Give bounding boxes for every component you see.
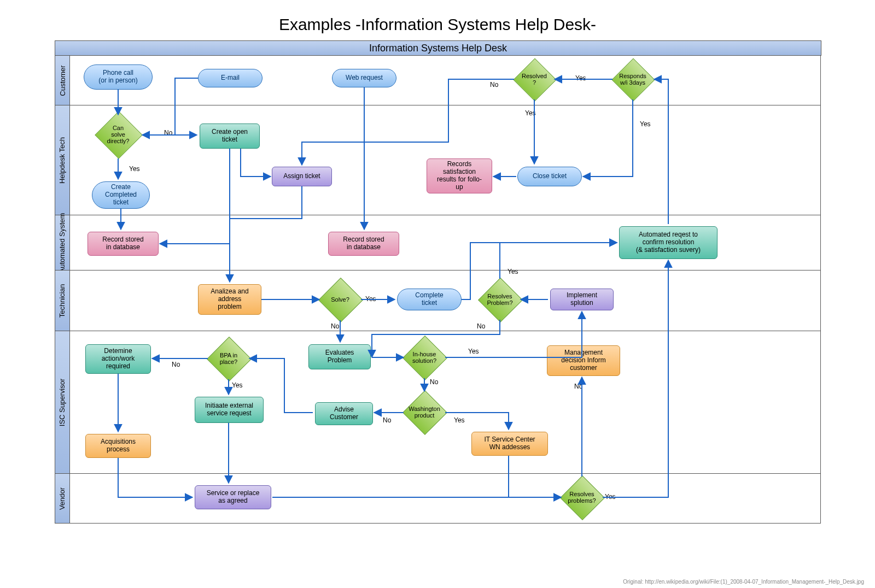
lbl-wash-yes: Yes	[454, 416, 465, 424]
node-createopen: Create openticket	[200, 124, 260, 149]
lane-body-customer	[69, 55, 821, 105]
node-web: Web request	[332, 69, 396, 87]
node-implement: Implementsplution	[550, 289, 614, 310]
lane-customer: Customer	[55, 55, 70, 105]
node-responds: Respondsw/i 3days	[618, 64, 648, 94]
node-mgmt: Managementdecision Informcustomer	[547, 345, 620, 376]
lbl-inhouse-no: No	[430, 378, 438, 386]
lbl-cansolve-no: No	[164, 129, 172, 137]
lane-auto: Automated System	[55, 215, 70, 271]
lbl-cansolve-yes: Yes	[129, 165, 140, 173]
node-inhouse: In-housesolution?	[409, 342, 440, 373]
node-resolvesprob: ResolvesProblem?	[485, 284, 515, 315]
lbl-inhouse-yes: Yes	[468, 348, 479, 355]
lbl-responds-yes1: Yes	[575, 74, 586, 82]
node-analize: Analizea andaddressproblem	[198, 284, 261, 315]
lbl-resprob-yes: Yes	[508, 268, 518, 275]
node-phone: Phone call(or in person)	[84, 64, 153, 90]
node-closeticket: Close ticket	[517, 167, 582, 186]
node-washington: Washingtonproduct	[409, 397, 440, 427]
node-autoreq: Automated reqest toconfirm resolution(& …	[619, 226, 718, 259]
node-initiate: Initiaate externalservice request	[195, 397, 264, 423]
node-evaluates: EvaluatesProblem	[308, 344, 371, 369]
lbl-resprob-no: No	[477, 322, 485, 330]
node-solve: Solve?	[325, 284, 355, 315]
node-assign: Assign ticket	[272, 167, 332, 186]
node-resolvesprob2: Resolvesproblems?	[567, 482, 597, 513]
lbl-wash-no: No	[383, 416, 391, 424]
node-itservice: IT Service CenterWN addesses	[471, 432, 548, 456]
node-recordsat: Recordssatisfactionresults for follo-up	[427, 158, 492, 193]
swimlane-header: Information Systems Help Desk	[55, 40, 821, 56]
node-resolved: Resolved?	[520, 64, 549, 94]
node-acquisitions: Acquisitionsprocess	[85, 434, 151, 458]
node-serviceagreed: Service or replaceas agreed	[195, 485, 271, 509]
lbl-solve-yes: Yes	[365, 295, 376, 303]
lbl-responds-yes2: Yes	[640, 120, 651, 128]
node-recstore2: Record storedin database	[328, 232, 399, 256]
node-bpa: BPA inplace?	[213, 343, 244, 374]
lbl-resprob2-no: No	[574, 383, 582, 390]
lbl-resolved-yes: Yes	[525, 109, 536, 117]
lbl-bpa-no: No	[172, 361, 180, 368]
node-completeticket: Completeticket	[397, 289, 462, 310]
lbl-resolved-no: No	[490, 81, 498, 89]
lane-vendor: Vendor	[55, 473, 70, 524]
node-advise: AdviseCustomer	[315, 402, 373, 425]
node-email: E-mail	[198, 69, 262, 87]
lane-supervisor: ISC Supervisor	[55, 331, 70, 474]
node-determine: Detemineaction/workrequired	[85, 344, 151, 374]
node-recstore1: Record storedin database	[88, 232, 159, 256]
lbl-bpa-yes: Yes	[232, 381, 243, 389]
lane-tech: Technician	[55, 270, 70, 331]
lane-body-vendor	[69, 473, 821, 524]
lbl-solve-no: No	[331, 322, 339, 330]
lane-body-supervisor	[69, 331, 821, 474]
node-createcompleted: CreateCompletedticket	[92, 181, 150, 209]
node-cansolve: Cansolvedirectly?	[102, 118, 135, 151]
page-title: Examples -Information Systems Help Desk-	[0, 0, 875, 34]
lane-helpdesk: Helpdesk Tech	[55, 105, 70, 215]
credit: Original: http://en.wikipedia.org/wiki/F…	[623, 579, 864, 585]
lbl-resprob2-yes: Yes	[605, 493, 616, 501]
